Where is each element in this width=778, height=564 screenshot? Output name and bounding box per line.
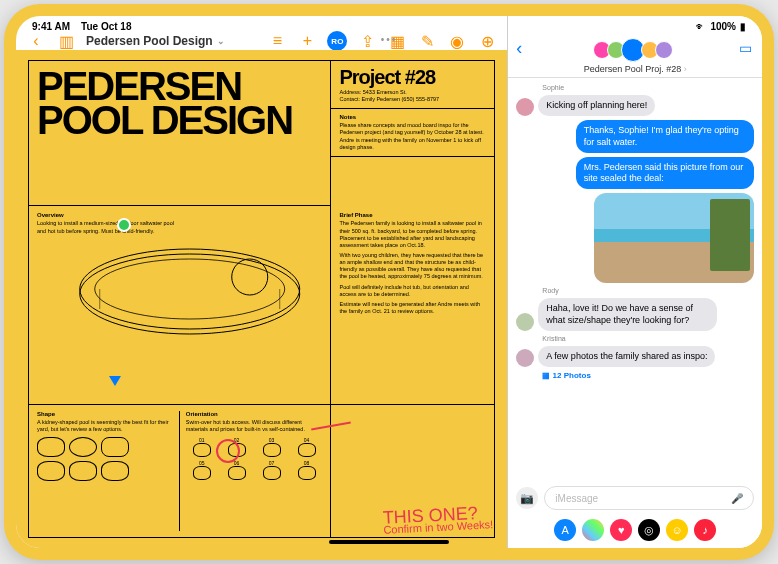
shape-block: Shape A kidney-shaped pool is seemingly … (37, 411, 180, 531)
message-row: Mrs. Pedersen said this picture from our… (516, 157, 754, 190)
brief-p2: With two young children, they have reque… (339, 252, 486, 281)
notes-body: Please share concepts and mood board ins… (339, 122, 486, 151)
camera-icon[interactable]: 📷 (516, 487, 538, 509)
right-column: Project #28 Address: 5433 Emerson St. Co… (331, 61, 494, 206)
ipad-device: 9:41 AM Tue Oct 18 ᯤ 100% ▮ ••• ‹ ▥ Pede… (4, 4, 774, 560)
orientation-grid: 01 02 03 04 05 06 07 08 (186, 437, 323, 480)
annotation-circle (216, 439, 240, 463)
document-canvas[interactable]: PEDERSEN POOL DESIGN Project #28 Address… (16, 50, 507, 548)
screen: 9:41 AM Tue Oct 18 ᯤ 100% ▮ ••• ‹ ▥ Pede… (16, 16, 762, 548)
shape-heading: Shape (37, 411, 173, 417)
chevron-down-icon: ⌄ (217, 36, 225, 46)
overview-heading: Overview (37, 212, 322, 218)
photo-attachment[interactable] (594, 193, 754, 283)
status-right: ᯤ 100% ▮ (696, 21, 746, 32)
avatar (655, 41, 673, 59)
message-bubble[interactable]: Mrs. Pedersen said this picture from our… (576, 157, 754, 190)
svg-point-1 (80, 249, 300, 329)
shape-option (69, 461, 97, 481)
message-input[interactable]: iMessage 🎤 (544, 486, 754, 510)
home-indicator[interactable] (329, 540, 449, 544)
sender-name: Sophie (542, 84, 754, 91)
sender-name: Kristina (542, 335, 754, 342)
shape-option (101, 437, 129, 457)
message-bubble[interactable]: A few photos the family shared as inspo: (538, 346, 715, 367)
shape-option (69, 437, 97, 457)
avatar (516, 98, 534, 116)
notes-heading: Notes (339, 114, 486, 120)
battery-label: 100% (710, 21, 736, 32)
message-row: A few photos the family shared as inspo: (516, 346, 754, 367)
photos-link[interactable]: 12 Photos (542, 371, 754, 380)
back-button[interactable]: ‹ (516, 38, 522, 59)
shape-options (37, 437, 173, 457)
message-list[interactable]: Sophie Kicking off planning here! Thanks… (508, 78, 762, 480)
message-row: Thanks, Sophie! I'm glad they're opting … (516, 120, 754, 153)
brief-block: Brief Phase The Pedersen family is looki… (331, 206, 494, 405)
title-block: PEDERSEN POOL DESIGN (29, 61, 331, 206)
stickers-icon[interactable]: ♥ (610, 519, 632, 541)
brief-heading: Brief Phase (339, 212, 486, 218)
brief-p1: The Pedersen family is looking to instal… (339, 220, 486, 249)
input-placeholder: iMessage (555, 493, 598, 504)
date-label: Tue Oct 18 (81, 21, 131, 32)
shape-body: A kidney-shaped pool is seemingly the be… (37, 419, 173, 433)
battery-icon: ▮ (740, 21, 746, 32)
time-label: 9:41 AM (32, 21, 70, 32)
message-bubble[interactable]: Kicking off planning here! (538, 95, 655, 116)
handwriting-block: THIS ONE? Confirm in two Weeks! (331, 405, 494, 537)
overview-block: Overview Looking to install a medium-siz… (29, 206, 331, 405)
sender-name: Rody (542, 287, 754, 294)
wifi-icon: ᯤ (696, 21, 706, 32)
project-block: Project #28 Address: 5433 Emerson St. Co… (331, 61, 494, 109)
brief-p4: Estimate will need to be generated after… (339, 301, 486, 315)
project-number: Project #28 (339, 66, 486, 89)
message-row: Kicking off planning here! (516, 95, 754, 116)
pages-app-pane: ‹ ▥ Pedersen Pool Design ⌄ ≡ + RO ⇪ ▦ ✎ … (16, 16, 508, 548)
message-input-bar: 📷 iMessage 🎤 (516, 484, 754, 512)
mic-icon[interactable]: 🎤 (731, 493, 743, 504)
svg-point-2 (95, 259, 285, 319)
handwritten-note: THIS ONE? Confirm in two Weeks! (382, 504, 493, 536)
shape-options-2 (37, 461, 173, 481)
doc-grid: PEDERSEN POOL DESIGN Project #28 Address… (28, 60, 495, 538)
message-row: Haha, love it! Do we have a sense of wha… (516, 298, 754, 331)
message-bubble[interactable]: Haha, love it! Do we have a sense of wha… (538, 298, 716, 331)
thread-title[interactable]: Pedersen Pool Proj. #28 › (584, 64, 687, 74)
pool-sketch (37, 239, 322, 349)
orient-heading: Orientation (186, 411, 323, 417)
notes-block: Notes Please share concepts and mood boa… (331, 109, 494, 157)
store-icon[interactable]: A (554, 519, 576, 541)
address-text: Address: 5433 Emerson St. (339, 89, 486, 96)
svg-point-0 (80, 254, 300, 334)
imessage-app-tray: A ♥ ◎ ☺ ♪ (508, 516, 762, 548)
memoji-icon[interactable]: ☺ (666, 519, 688, 541)
group-avatars[interactable] (597, 38, 673, 62)
shape-option (37, 461, 65, 481)
orient-body: Swim-over hot tub access. Will discuss d… (186, 419, 323, 433)
shape-option (101, 461, 129, 481)
doc-heading: PEDERSEN POOL DESIGN (37, 69, 322, 137)
photos-app-icon[interactable] (582, 519, 604, 541)
collaborator-cursor-2 (109, 376, 121, 386)
shape-option (37, 437, 65, 457)
avatar (516, 349, 534, 367)
status-time: 9:41 AM Tue Oct 18 (32, 21, 132, 32)
avatar (516, 313, 534, 331)
document-title[interactable]: Pedersen Pool Design ⌄ (86, 34, 225, 48)
activity-icon[interactable]: ◎ (638, 519, 660, 541)
messages-app-pane: ‹ ▭ Pedersen Pool Proj. #28 › Sophie Kic… (508, 16, 762, 548)
brief-p3: Pool will definitely include hot tub, bu… (339, 284, 486, 298)
music-icon[interactable]: ♪ (694, 519, 716, 541)
shape-orientation-row: Shape A kidney-shaped pool is seemingly … (29, 405, 331, 537)
orientation-block: Orientation Swim-over hot tub access. Wi… (180, 411, 323, 531)
status-bar: 9:41 AM Tue Oct 18 ᯤ 100% ▮ (16, 16, 762, 36)
message-bubble[interactable]: Thanks, Sophie! I'm glad they're opting … (576, 120, 754, 153)
contact-text: Contact: Emily Pedersen (650) 555-8797 (339, 96, 486, 103)
doc-title-text: Pedersen Pool Design (86, 34, 213, 48)
facetime-icon[interactable]: ▭ (739, 40, 752, 56)
overview-body: Looking to install a medium-sized outdoo… (37, 220, 180, 234)
svg-point-3 (232, 259, 268, 295)
